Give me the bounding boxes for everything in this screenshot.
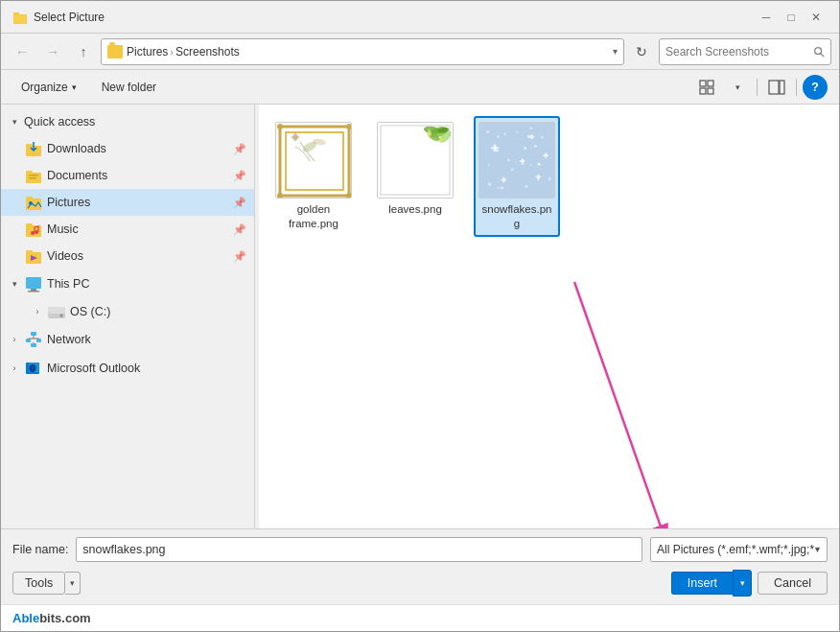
leaves-preview — [378, 122, 453, 199]
file-item-leaves[interactable]: leaves.png — [372, 116, 458, 237]
pin-icon-videos: 📌 — [233, 250, 246, 263]
address-dropdown-button[interactable]: ▾ — [613, 46, 618, 57]
svg-rect-64 — [479, 123, 554, 198]
forward-button[interactable]: → — [39, 38, 66, 65]
sidebar-section-this-pc[interactable]: ▾ This PC — [1, 269, 254, 298]
tools-button[interactable]: Tools — [12, 572, 65, 595]
insert-dropdown-button[interactable]: ▾ — [733, 570, 752, 597]
sidebar-section-network[interactable]: › Network — [1, 325, 254, 354]
help-button[interactable]: ? — [803, 75, 828, 100]
file-item-snowflakes[interactable]: snowflakes.png — [474, 116, 560, 237]
svg-rect-18 — [26, 197, 33, 200]
pin-icon-docs: 📌 — [233, 170, 246, 182]
address-parts: Pictures › Screenshots — [127, 45, 240, 59]
sidebar-item-downloads[interactable]: Downloads 📌 — [1, 135, 254, 162]
svg-point-91 — [516, 131, 518, 133]
svg-rect-27 — [26, 277, 41, 289]
bottom-bar: File name: All Pictures (*.emf;*.wmf;*.j… — [1, 528, 839, 604]
documents-icon — [24, 167, 43, 184]
svg-rect-8 — [708, 88, 713, 94]
file-name-row: File name: All Pictures (*.emf;*.wmf;*.j… — [12, 537, 828, 562]
chevron-down-icon: ▾ — [9, 116, 20, 128]
svg-point-3 — [815, 47, 822, 54]
branding-text: Ablebits.com — [12, 611, 91, 625]
new-folder-button[interactable]: New folder — [93, 77, 165, 98]
svg-rect-12 — [26, 144, 33, 148]
svg-rect-21 — [26, 223, 33, 227]
title-bar: Select Picture ─ □ ✕ — [1, 1, 839, 34]
file-name-golden: golden frame.png — [276, 202, 351, 231]
svg-rect-7 — [700, 88, 706, 94]
view-grid-icon — [699, 80, 714, 95]
refresh-button[interactable]: ↻ — [628, 38, 655, 65]
videos-icon — [24, 247, 43, 265]
outlook-icon — [24, 360, 43, 377]
file-item-golden-frame[interactable]: golden frame.png — [270, 116, 357, 237]
branding-bar: Ablebits.com — [1, 604, 839, 631]
view-dropdown-button[interactable]: ▾ — [724, 75, 751, 100]
insert-button[interactable]: Insert — [671, 572, 733, 595]
preview-pane-icon — [768, 80, 785, 95]
sidebar-section-outlook[interactable]: › Microsoft Outlook — [1, 354, 254, 383]
dialog-icon — [12, 10, 28, 25]
sidebar-section-quick-access[interactable]: ▾ Quick access — [1, 108, 254, 135]
thumbnail-snowflakes — [478, 122, 555, 199]
sidebar-item-documents[interactable]: Documents 📌 — [1, 162, 254, 189]
pin-icon-music: 📌 — [233, 223, 246, 236]
search-icon — [813, 45, 825, 59]
sidebar-item-pictures[interactable]: Pictures 📌 — [1, 189, 254, 216]
svg-rect-28 — [31, 289, 36, 291]
svg-rect-2 — [14, 15, 26, 23]
up-button[interactable]: ↑ — [70, 38, 97, 65]
svg-rect-36 — [36, 339, 41, 342]
svg-rect-29 — [28, 291, 39, 293]
maximize-button[interactable]: □ — [780, 8, 803, 27]
svg-point-97 — [498, 187, 500, 189]
file-name-label: File name: — [12, 543, 68, 556]
svg-rect-40 — [31, 343, 36, 347]
thumbnail-golden-frame — [275, 122, 352, 199]
back-button[interactable]: ← — [9, 38, 35, 65]
svg-rect-14 — [26, 171, 33, 175]
svg-point-94 — [511, 168, 514, 171]
golden-frame-preview — [276, 123, 351, 198]
sidebar-item-videos[interactable]: Videos 📌 — [1, 243, 254, 269]
main-content: ▾ Quick access Downloads 📌 — [1, 105, 839, 528]
sidebar-item-os-c[interactable]: › OS (C:) — [1, 298, 254, 325]
organize-button[interactable]: Organize ▾ — [12, 77, 85, 98]
pin-icon-pics: 📌 — [233, 197, 246, 209]
view-large-icons-button[interactable] — [693, 75, 720, 100]
search-input[interactable] — [665, 45, 809, 59]
svg-point-96 — [548, 177, 551, 180]
file-type-wrapper: All Pictures (*.emf;*.wmf;*.jpg;* — [650, 537, 828, 562]
file-area: golden frame.png — [259, 105, 839, 528]
preview-pane-button[interactable] — [763, 75, 790, 100]
this-pc-icon — [24, 275, 43, 293]
sidebar-item-music[interactable]: Music 📌 — [1, 216, 254, 243]
svg-point-33 — [60, 315, 62, 316]
address-part-screenshots[interactable]: Screenshots — [175, 45, 240, 59]
svg-rect-31 — [48, 307, 65, 314]
svg-rect-81 — [520, 160, 525, 162]
svg-rect-83 — [536, 176, 542, 178]
svg-rect-25 — [26, 250, 33, 254]
thumbnail-leaves — [377, 122, 454, 199]
view-divider-2 — [796, 79, 797, 96]
svg-rect-9 — [769, 81, 779, 94]
svg-point-45 — [31, 366, 35, 371]
svg-point-63 — [439, 138, 443, 142]
svg-point-49 — [277, 124, 283, 129]
svg-rect-34 — [31, 332, 36, 336]
svg-rect-85 — [501, 179, 506, 181]
dialog-window: Select Picture ─ □ ✕ ← → ↑ Pictures › Sc… — [0, 0, 840, 632]
address-part-pictures[interactable]: Pictures — [127, 45, 168, 59]
minimize-button[interactable]: ─ — [755, 8, 778, 27]
file-type-select[interactable]: All Pictures (*.emf;*.wmf;*.jpg;* — [650, 537, 828, 562]
close-button[interactable]: ✕ — [805, 8, 828, 27]
pictures-icon — [24, 194, 43, 211]
tools-dropdown-button[interactable]: ▾ — [65, 572, 81, 595]
file-name-input[interactable] — [76, 537, 642, 562]
cancel-button[interactable]: Cancel — [758, 572, 828, 595]
chevron-right-icon-outlook: › — [9, 363, 20, 374]
organize-bar-right: ▾ ? — [693, 75, 828, 100]
